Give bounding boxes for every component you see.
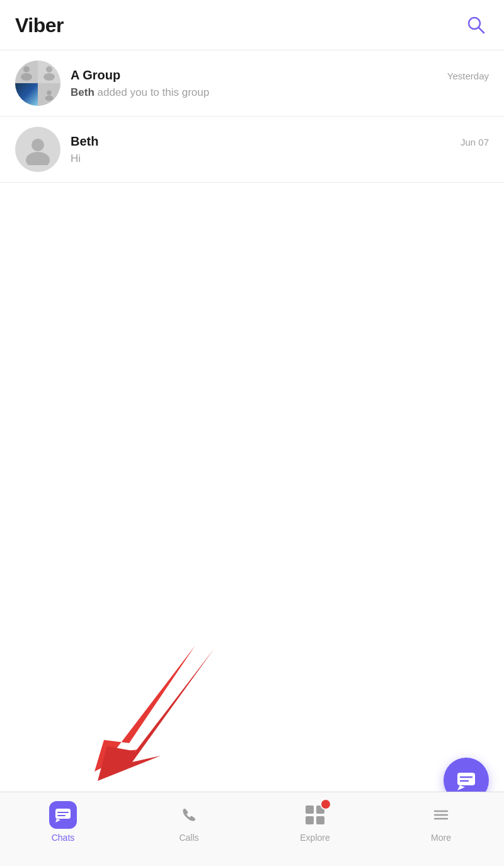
svg-point-8 bbox=[32, 139, 44, 151]
svg-line-1 bbox=[479, 28, 484, 33]
chat-preview-beth: Hi bbox=[71, 153, 489, 165]
svg-point-4 bbox=[46, 66, 52, 72]
person-silhouette-icon bbox=[22, 134, 54, 165]
explore-notification-badge bbox=[320, 799, 331, 810]
svg-marker-13 bbox=[457, 785, 465, 790]
person-icon-4 bbox=[43, 88, 55, 101]
chat-header-row-group: A Group Yesterday bbox=[71, 68, 489, 83]
more-icon-bg bbox=[427, 801, 455, 829]
svg-rect-16 bbox=[55, 809, 71, 819]
app-title: Viber bbox=[15, 14, 64, 37]
chat-name-beth: Beth bbox=[71, 134, 98, 149]
group-avatar bbox=[15, 61, 60, 106]
svg-rect-23 bbox=[316, 816, 324, 824]
nav-item-chats[interactable]: Chats bbox=[0, 801, 126, 843]
chat-time-beth: Jun 07 bbox=[461, 137, 489, 147]
chats-icon-bg bbox=[49, 801, 77, 829]
message-fab-icon bbox=[455, 769, 478, 792]
avatar-cell-4 bbox=[38, 83, 60, 106]
bottom-nav: Chats Calls Explore bbox=[0, 792, 504, 866]
header: Viber bbox=[0, 0, 504, 50]
chat-header-row-beth: Beth Jun 07 bbox=[71, 134, 489, 149]
chat-item-group[interactable]: A Group Yesterday Beth added you to this… bbox=[0, 50, 504, 117]
calls-icon-bg bbox=[175, 801, 203, 829]
chat-item-beth[interactable]: Beth Jun 07 Hi bbox=[0, 117, 504, 183]
avatar-cell-1 bbox=[15, 61, 38, 83]
person-icon-1 bbox=[18, 63, 35, 81]
search-icon bbox=[465, 14, 486, 35]
svg-rect-22 bbox=[306, 816, 314, 824]
svg-rect-12 bbox=[457, 773, 475, 785]
chat-name-group: A Group bbox=[71, 68, 120, 83]
svg-point-2 bbox=[23, 66, 30, 72]
svg-point-7 bbox=[45, 95, 54, 101]
person-icon-2 bbox=[40, 63, 58, 81]
svg-rect-20 bbox=[306, 805, 314, 814]
chat-preview-text-group: added you to this group bbox=[94, 86, 209, 98]
nav-item-calls[interactable]: Calls bbox=[126, 801, 252, 843]
svg-point-3 bbox=[21, 73, 32, 81]
svg-point-9 bbox=[26, 152, 50, 165]
nav-item-explore[interactable]: Explore bbox=[252, 801, 378, 843]
svg-point-6 bbox=[47, 91, 51, 95]
nav-label-calls: Calls bbox=[179, 833, 198, 843]
svg-point-5 bbox=[43, 73, 55, 81]
chat-preview-bold-group: Beth bbox=[71, 86, 94, 98]
calls-icon bbox=[180, 806, 198, 824]
nav-label-explore: Explore bbox=[300, 833, 329, 843]
chat-info-beth: Beth Jun 07 Hi bbox=[71, 134, 489, 165]
svg-marker-17 bbox=[55, 819, 60, 823]
beth-avatar bbox=[15, 127, 60, 172]
chat-list: A Group Yesterday Beth added you to this… bbox=[0, 50, 504, 421]
chat-info-group: A Group Yesterday Beth added you to this… bbox=[71, 68, 489, 99]
empty-space bbox=[0, 421, 504, 792]
more-icon bbox=[432, 806, 450, 824]
chat-preview-text-beth: Hi bbox=[71, 153, 81, 165]
main-content: Viber bbox=[0, 0, 504, 792]
avatar-cell-3 bbox=[15, 83, 38, 106]
nav-label-chats: Chats bbox=[52, 833, 75, 843]
search-button[interactable] bbox=[462, 11, 489, 40]
chat-time-group: Yesterday bbox=[447, 71, 489, 81]
avatar-cell-2 bbox=[38, 61, 60, 83]
nav-item-more[interactable]: More bbox=[378, 801, 504, 843]
chats-icon bbox=[54, 806, 72, 824]
nav-label-more: More bbox=[431, 833, 451, 843]
explore-icon-wrapper bbox=[301, 801, 329, 829]
chat-preview-group: Beth added you to this group bbox=[71, 86, 489, 99]
